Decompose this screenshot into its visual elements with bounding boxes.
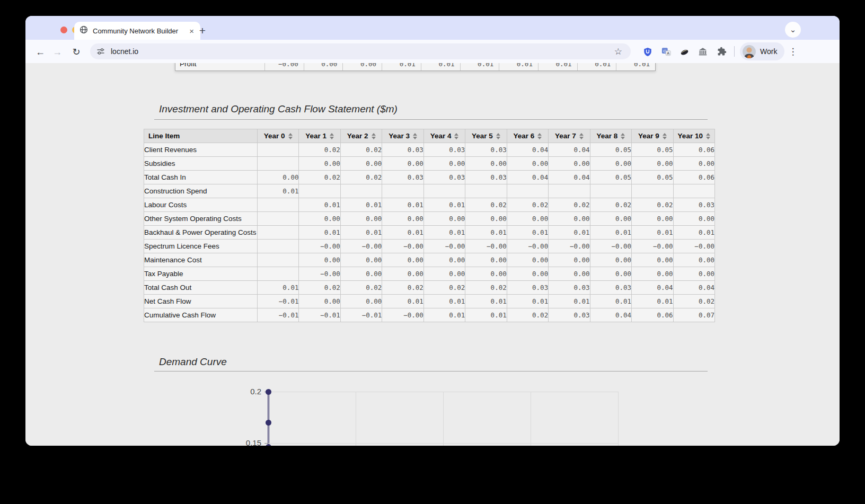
value-cell: 0.00 [590,267,631,281]
table-row: Maintenance Cost0.000.000.000.000.000.00… [144,253,715,267]
column-header-label: Year 2 [341,132,382,140]
value-cell: 0.00 [340,295,382,308]
value-cell: −0.01 [299,308,340,322]
browser-tab[interactable]: Community Network Builder × [74,22,200,40]
value-cell: 0.01 [423,226,465,240]
data-point [266,444,271,446]
sort-up-arrow-icon [621,133,625,136]
sort-up-arrow-icon [663,133,667,136]
value-cell: 0.06 [673,143,714,157]
value-cell: 0.00 [465,157,507,171]
value-cell: 0.02 [340,143,382,157]
value-cell: 0.01 [616,63,655,70]
value-cell: −0.01 [258,308,299,322]
value-cell: 0.01 [299,198,340,212]
column-header-year-7[interactable]: Year 7 [549,129,590,143]
forward-button[interactable]: → [51,46,64,58]
bank-building-extension-icon[interactable] [698,47,708,56]
column-header-year-2[interactable]: Year 2 [340,129,382,143]
extensions-puzzle-icon[interactable] [717,47,727,56]
column-header-year-6[interactable]: Year 6 [507,129,548,143]
table-row: Other System Operating Costs0.000.000.00… [144,212,715,226]
column-header-year-9[interactable]: Year 9 [632,129,673,143]
new-tab-button[interactable]: + [194,22,211,39]
sort-down-arrow-icon [496,137,500,139]
value-cell: 0.01 [423,295,465,308]
value-cell: −0.00 [673,240,714,253]
url-text[interactable]: locnet.io [111,47,614,56]
horizontal-gridline [268,443,618,444]
value-cell: 0.00 [304,63,343,70]
column-header-year-1[interactable]: Year 1 [299,129,340,143]
value-cell: 0.01 [382,226,423,240]
browser-menu-icon[interactable]: ⋮ [787,45,799,58]
bitwarden-extension-icon[interactable] [643,47,652,56]
site-settings-icon[interactable] [96,47,105,56]
value-cell: −0.00 [299,267,340,281]
value-cell: 0.00 [590,212,631,226]
value-cell: 0.03 [549,281,590,295]
badger-extension-icon[interactable] [679,47,689,56]
value-cell: 0.00 [465,253,507,267]
sort-up-arrow-icon [372,133,376,136]
value-cell: 0.04 [507,171,548,184]
data-point [266,420,271,426]
column-header-year-3[interactable]: Year 3 [382,129,423,143]
value-cell: 0.04 [549,171,590,184]
sort-down-arrow-icon [621,137,625,139]
google-translate-extension-icon[interactable]: G A [661,47,671,56]
value-cell: 0.01 [465,295,507,308]
column-header-year-10[interactable]: Year 10 [673,129,714,143]
column-header-text: Line Item [148,132,180,140]
profile-chip[interactable]: Work [740,42,784,60]
vertical-gridline [618,392,619,446]
row-label: Maintenance Cost [144,253,258,267]
value-cell: 0.00 [423,253,465,267]
table-row: Net Cash Flow−0.010.000.000.010.010.010.… [144,295,715,308]
tab-search-chevron-button[interactable]: ⌄ [785,22,801,38]
sort-up-arrow-icon [496,133,500,136]
y-axis-tick [264,443,268,444]
row-label: Spectrum Licence Fees [144,240,258,253]
reload-button[interactable]: ↻ [70,46,83,58]
column-header-label: Line Item [144,132,257,140]
column-header-text: Year 8 [596,132,617,140]
sort-icon [454,133,458,139]
column-header-year-5[interactable]: Year 5 [465,129,507,143]
column-header-year-4[interactable]: Year 4 [423,129,465,143]
value-cell: 0.03 [590,281,631,295]
column-header-text: Year 4 [430,132,452,140]
row-label: Total Cash In [144,171,258,184]
value-cell: 0.03 [382,143,423,157]
value-cell: −0.00 [549,240,590,253]
column-header-text: Year 6 [514,132,535,140]
bookmark-star-icon[interactable]: ☆ [614,46,622,57]
column-header-year-8[interactable]: Year 8 [590,129,631,143]
sort-icon [579,133,584,139]
url-bar[interactable]: locnet.io ☆ [90,43,631,59]
section-divider [154,119,708,120]
table-row: Labour Costs0.010.010.010.010.020.020.02… [144,198,715,212]
window-close-button[interactable] [60,26,67,33]
value-cell: 0.02 [423,281,465,295]
sort-icon [330,133,334,139]
row-label: Net Cash Flow [144,295,258,308]
horizontal-gridline [268,392,618,392]
value-cell: 0.04 [507,143,548,157]
column-header-text: Year 9 [638,132,659,140]
value-cell: 0.03 [673,198,714,212]
sort-icon [706,133,710,139]
value-cell: 0.00 [299,157,340,171]
value-cell: 0.00 [507,212,548,226]
sort-icon [663,133,667,139]
value-cell: −0.00 [299,240,340,253]
value-cell: 0.00 [549,253,590,267]
value-cell: 0.01 [258,184,299,198]
value-cell: 0.01 [382,63,421,70]
back-button[interactable]: ← [34,46,47,58]
row-label: Subsidies [144,157,258,171]
value-cell: 0.01 [673,226,714,240]
column-header-year-0[interactable]: Year 0 [258,129,299,143]
browser-window: Community Network Builder × + ⌄ ← → ↻ lo… [25,16,840,446]
value-cell: 0.01 [340,226,382,240]
